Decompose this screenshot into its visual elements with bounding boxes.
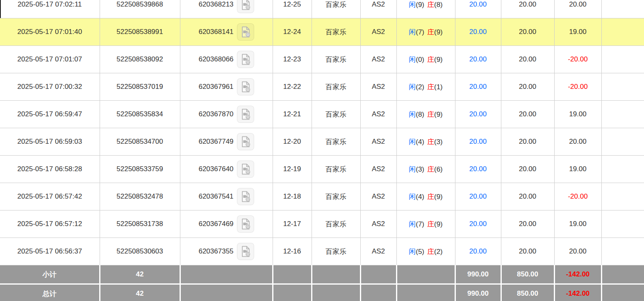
player-label: 闲: [409, 165, 416, 173]
bet-amount-link[interactable]: 20.00: [455, 101, 501, 128]
dark-edge-line: [0, 0, 1, 18]
video-replay-button[interactable]: [237, 215, 254, 233]
round-id-text: 620368066: [198, 55, 233, 63]
bet-time-cell: 2025-05-17 07:01:07: [0, 46, 100, 73]
bet-amount-link[interactable]: 20.00: [455, 183, 501, 210]
valid-amount-cell: 20.00: [501, 46, 554, 73]
round-id-cell: 620368213: [180, 0, 273, 18]
video-replay-button[interactable]: [237, 243, 254, 260]
game-name-cell: 百家乐: [312, 73, 360, 101]
video-replay-button[interactable]: [237, 188, 254, 205]
player-label: 闲: [409, 248, 416, 256]
valid-amount-cell: 20.00: [501, 183, 554, 210]
round-id-text: 620367355: [198, 247, 233, 256]
grand-total-count: 42: [100, 284, 180, 301]
banker-score: (9): [434, 56, 443, 63]
banker-label: 庄: [427, 138, 434, 146]
win-loss-cell: 19.00: [554, 18, 601, 46]
video-replay-button[interactable]: [237, 51, 254, 68]
result-cell: 闲(9)庄(8): [396, 0, 455, 18]
video-file-icon: [239, 81, 252, 93]
round-id-cell: 620367355: [180, 238, 273, 265]
player-label: 闲: [409, 193, 416, 201]
total-empty-cell: [396, 265, 455, 284]
subtotal-win-loss: -142.00: [554, 265, 601, 284]
table-row[interactable]: 2025-05-17 07:01:07 522508538092 6203680…: [0, 46, 644, 73]
bet-amount-link[interactable]: 20.00: [455, 73, 501, 101]
total-empty-cell: [360, 265, 396, 284]
table-footer: 小计 42 990.00 850.00 -142.00 总计 42: [0, 265, 644, 301]
bet-history-viewport: 2025-05-17 07:02:11 522508539868 6203682…: [0, 0, 644, 301]
round-id-cell: 620367469: [180, 210, 273, 238]
round-id-cell: 620368141: [180, 18, 273, 46]
bet-id-cell: 522508535834: [100, 101, 180, 128]
table-row[interactable]: 2025-05-17 06:58:28 522508533759 6203676…: [0, 156, 644, 183]
video-replay-button[interactable]: [237, 78, 254, 95]
row-empty-cell: [601, 46, 644, 73]
banker-label: 庄: [427, 220, 434, 228]
player-score: (8): [416, 111, 424, 118]
video-replay-button[interactable]: [237, 106, 254, 123]
video-replay-button[interactable]: [237, 23, 254, 41]
grand-total-valid-amount: 850.00: [501, 284, 554, 301]
bet-amount-link[interactable]: 20.00: [455, 18, 501, 46]
video-file-icon: [239, 190, 252, 203]
bet-history-table: 2025-05-17 07:02:11 522508539868 6203682…: [0, 0, 644, 301]
row-empty-cell: [601, 238, 644, 265]
bet-amount-link[interactable]: 20.00: [455, 0, 501, 18]
win-loss-cell: 20.00: [554, 238, 601, 265]
player-label: 闲: [409, 111, 416, 118]
round-id-text: 620367541: [198, 192, 233, 201]
grand-total-label: 总计: [0, 284, 100, 301]
video-replay-button[interactable]: [237, 133, 254, 150]
bet-amount-link[interactable]: 20.00: [455, 156, 501, 183]
banker-score: (9): [434, 193, 443, 201]
result-cell: 闲(7)庄(9): [396, 18, 455, 46]
banker-score: (9): [434, 28, 443, 36]
win-loss-cell: -20.00: [554, 73, 601, 101]
table-row[interactable]: 2025-05-17 06:59:47 522508535834 6203678…: [0, 101, 644, 128]
video-replay-button[interactable]: [237, 161, 254, 178]
table-row[interactable]: 2025-05-17 07:02:11 522508539868 6203682…: [0, 0, 644, 18]
valid-amount-cell: 20.00: [501, 156, 554, 183]
round-no-cell: 12-19: [273, 156, 312, 183]
round-id-text: 620368213: [198, 0, 233, 9]
bet-id-cell: 522508539868: [100, 0, 180, 18]
bet-amount-link[interactable]: 20.00: [455, 210, 501, 238]
round-id-wrap: 620367469: [180, 215, 273, 233]
table-row[interactable]: 2025-05-17 07:01:40 522508538991 6203681…: [0, 18, 644, 46]
video-file-icon: [239, 53, 252, 66]
table-row[interactable]: 2025-05-17 06:56:37 522508530603 6203673…: [0, 238, 644, 265]
player-label: 闲: [409, 220, 416, 228]
game-name-cell: 百家乐: [312, 46, 360, 73]
round-id-cell: 620367749: [180, 128, 273, 156]
total-empty-cell: [312, 284, 360, 301]
bet-id-cell: 522508530603: [100, 238, 180, 265]
table-row[interactable]: 2025-05-17 06:57:12 522508531738 6203674…: [0, 210, 644, 238]
bet-amount-link[interactable]: 20.00: [455, 128, 501, 156]
table-body: 2025-05-17 07:02:11 522508539868 6203682…: [0, 0, 644, 265]
grand-total-win-loss: -142.00: [554, 284, 601, 301]
row-empty-cell: [601, 18, 644, 46]
video-replay-button[interactable]: [237, 0, 254, 13]
subtotal-valid-amount: 850.00: [501, 265, 554, 284]
banker-score: (9): [434, 111, 443, 118]
bet-amount-link[interactable]: 20.00: [455, 46, 501, 73]
round-id-wrap: 620368066: [180, 51, 273, 68]
bet-amount-link[interactable]: 20.00: [455, 238, 501, 265]
bet-id-cell: 522508534700: [100, 128, 180, 156]
round-id-wrap: 620367541: [180, 188, 273, 205]
round-id-cell: 620367541: [180, 183, 273, 210]
table-name-cell: AS2: [360, 238, 396, 265]
round-id-wrap: 620367749: [180, 133, 273, 150]
table-row[interactable]: 2025-05-17 07:00:32 522508537019 6203679…: [0, 73, 644, 101]
bet-time-cell: 2025-05-17 06:59:03: [0, 128, 100, 156]
table-row[interactable]: 2025-05-17 06:57:42 522508532478 6203675…: [0, 183, 644, 210]
game-name-cell: 百家乐: [312, 238, 360, 265]
player-label: 闲: [409, 83, 416, 91]
table-row[interactable]: 2025-05-17 06:59:03 522508534700 6203677…: [0, 128, 644, 156]
round-id-text: 620367961: [198, 83, 233, 91]
win-loss-cell: 19.00: [554, 101, 601, 128]
grand-total-row: 总计 42 990.00 850.00 -142.00: [0, 284, 644, 301]
game-name-cell: 百家乐: [312, 101, 360, 128]
